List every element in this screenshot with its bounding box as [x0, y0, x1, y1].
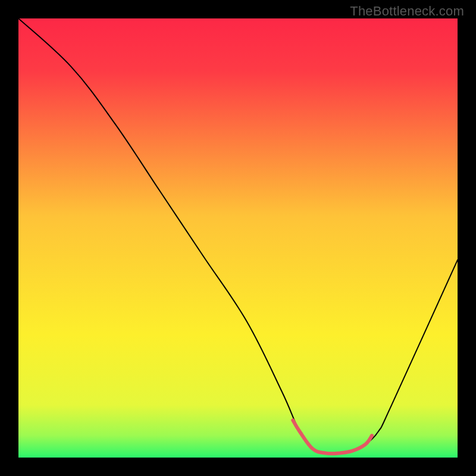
chart-svg [18, 18, 458, 458]
watermark-text: TheBottleneck.com [350, 4, 464, 19]
plot-area [18, 18, 458, 458]
chart-container: TheBottleneck.com [0, 0, 476, 476]
gradient-background [18, 18, 458, 458]
